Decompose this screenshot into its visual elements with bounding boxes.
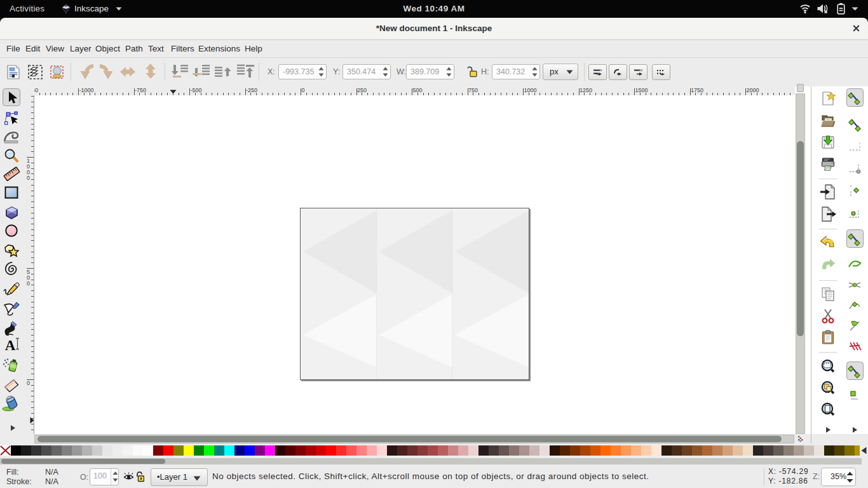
svg-text:A: A bbox=[5, 337, 16, 353]
